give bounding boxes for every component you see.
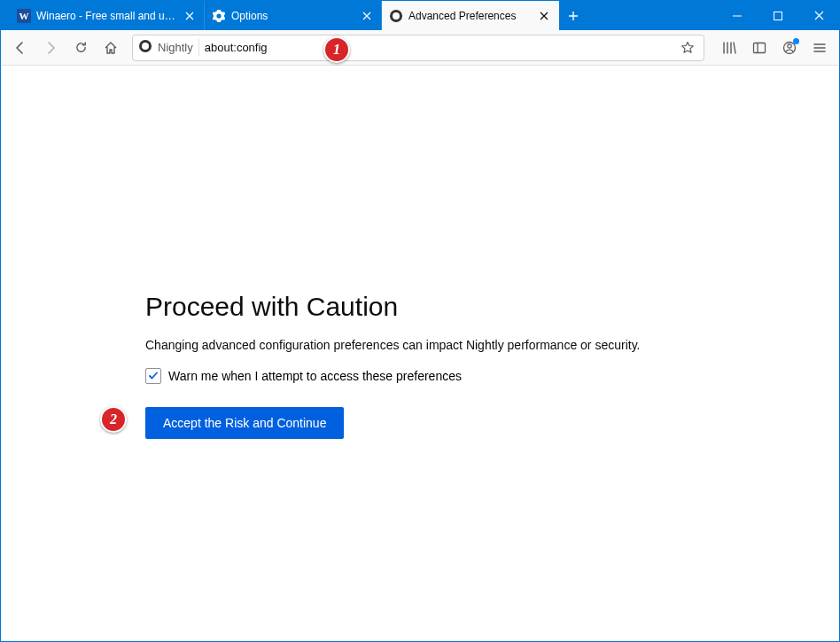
warn-checkbox-row[interactable]: Warn me when I attempt to access these p… bbox=[145, 368, 695, 384]
sidebar-icon[interactable] bbox=[745, 34, 774, 62]
page-content: Proceed with Caution Changing advanced c… bbox=[1, 66, 839, 641]
forward-button[interactable] bbox=[36, 34, 65, 62]
close-icon[interactable] bbox=[537, 9, 551, 23]
tab-label: Options bbox=[231, 10, 354, 22]
firefox-icon bbox=[389, 9, 403, 23]
winaero-favicon: W bbox=[17, 9, 31, 23]
minimize-button[interactable] bbox=[717, 1, 758, 30]
tab-label: Advanced Preferences bbox=[408, 10, 532, 22]
window-controls bbox=[717, 1, 839, 30]
url-bar[interactable]: Nightly bbox=[132, 35, 704, 61]
tab-label: Winaero - Free small and usef… bbox=[36, 10, 177, 22]
tab-options[interactable]: Options bbox=[205, 1, 382, 30]
svg-point-3 bbox=[393, 12, 400, 20]
toolbar: Nightly bbox=[1, 30, 839, 66]
close-icon[interactable] bbox=[183, 9, 197, 23]
urlbar-identity[interactable]: Nightly bbox=[138, 39, 199, 56]
annotation-badge-2: 2 bbox=[100, 406, 127, 433]
svg-text:W: W bbox=[19, 11, 29, 21]
svg-point-9 bbox=[788, 43, 791, 47]
url-input[interactable] bbox=[205, 41, 672, 54]
notification-dot bbox=[793, 38, 799, 44]
svg-rect-7 bbox=[754, 43, 766, 52]
page-title: Proceed with Caution bbox=[145, 292, 695, 322]
reload-button[interactable] bbox=[66, 34, 95, 62]
back-button[interactable] bbox=[6, 34, 35, 62]
annotation-badge-1: 1 bbox=[323, 36, 350, 63]
checkbox-checked-icon bbox=[145, 368, 161, 384]
svg-rect-4 bbox=[774, 12, 782, 20]
new-tab-button[interactable] bbox=[559, 1, 587, 30]
library-icon[interactable] bbox=[715, 34, 743, 62]
bookmark-star-icon[interactable] bbox=[677, 37, 698, 59]
gear-icon bbox=[212, 9, 226, 23]
maximize-button[interactable] bbox=[758, 1, 798, 30]
page-description: Changing advanced configuration preferen… bbox=[145, 338, 695, 352]
tab-winaero[interactable]: W Winaero - Free small and usef… bbox=[10, 1, 205, 30]
tab-advanced-preferences[interactable]: Advanced Preferences bbox=[382, 1, 559, 30]
svg-point-6 bbox=[142, 43, 149, 50]
checkbox-label: Warn me when I attempt to access these p… bbox=[168, 369, 462, 383]
accept-risk-button[interactable]: Accept the Risk and Continue bbox=[145, 407, 344, 439]
home-button[interactable] bbox=[97, 34, 125, 62]
title-bar: W Winaero - Free small and usef… Options… bbox=[1, 1, 839, 30]
account-icon[interactable] bbox=[775, 34, 804, 62]
menu-icon[interactable] bbox=[805, 34, 834, 62]
close-window-button[interactable] bbox=[798, 1, 839, 30]
close-icon[interactable] bbox=[360, 9, 374, 23]
urlbar-identity-label: Nightly bbox=[158, 41, 193, 54]
firefox-brand-icon bbox=[138, 39, 152, 56]
